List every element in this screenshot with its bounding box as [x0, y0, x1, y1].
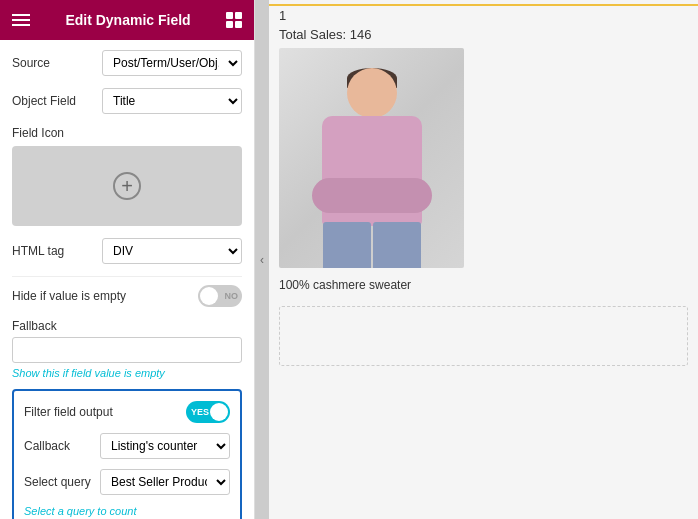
- panel-header: Edit Dynamic Field: [0, 0, 254, 40]
- source-label: Source: [12, 56, 102, 70]
- fallback-input[interactable]: [12, 337, 242, 363]
- plus-icon: +: [113, 172, 141, 200]
- person-pants-right: [373, 222, 421, 268]
- product-name: 100% cashmere sweater: [269, 274, 698, 296]
- select-query-label: Select query: [24, 475, 100, 489]
- fallback-hint: Show this if field value is empty: [12, 367, 242, 379]
- panel-title: Edit Dynamic Field: [65, 12, 190, 28]
- object-field-dropdown[interactable]: Title: [102, 88, 242, 114]
- filter-output-label: Filter field output: [24, 405, 186, 419]
- source-dropdown[interactable]: Post/Term/User/Obj...: [102, 50, 242, 76]
- source-control: Post/Term/User/Obj...: [102, 50, 242, 76]
- filter-output-row: Filter field output YES: [24, 401, 230, 423]
- hamburger-icon[interactable]: [12, 14, 30, 26]
- empty-placeholder-box: [279, 306, 688, 366]
- panel-body: Source Post/Term/User/Obj... Object Fiel…: [0, 40, 254, 519]
- fallback-section: Fallback Show this if field value is emp…: [12, 319, 242, 379]
- filter-toggle-knob: [210, 403, 228, 421]
- filter-section: Filter field output YES Callback Listing…: [12, 389, 242, 519]
- hide-if-empty-row: Hide if value is empty NO: [12, 285, 242, 307]
- object-field-control: Title: [102, 88, 242, 114]
- html-tag-label: HTML tag: [12, 244, 102, 258]
- callback-row: Callback Listing's counter: [24, 433, 230, 459]
- fallback-label: Fallback: [12, 319, 242, 333]
- divider-1: [12, 276, 242, 277]
- object-field-label: Object Field: [12, 94, 102, 108]
- html-tag-control: DIV: [102, 238, 242, 264]
- source-row: Source Post/Term/User/Obj...: [12, 50, 242, 76]
- html-tag-dropdown[interactable]: DIV: [102, 238, 242, 264]
- callback-label: Callback: [24, 439, 100, 453]
- filter-output-toggle[interactable]: YES: [186, 401, 230, 423]
- select-query-dropdown[interactable]: Best Seller Products: [100, 469, 230, 495]
- select-query-row: Select query Best Seller Products: [24, 469, 230, 495]
- field-icon-section: Field Icon +: [12, 126, 242, 226]
- collapse-button[interactable]: ‹: [255, 0, 269, 519]
- object-field-row: Object Field Title: [12, 88, 242, 114]
- person-pants-left: [323, 222, 371, 268]
- left-panel: Edit Dynamic Field Source Post/Term/User…: [0, 0, 255, 519]
- product-number: 1: [269, 4, 698, 25]
- callback-dropdown[interactable]: Listing's counter: [100, 433, 230, 459]
- person-arms: [312, 178, 432, 213]
- product-image-container: [269, 48, 698, 268]
- person-figure: [279, 48, 464, 268]
- html-tag-row: HTML tag DIV: [12, 238, 242, 264]
- hide-if-empty-toggle[interactable]: NO: [198, 285, 242, 307]
- right-content: 1 Total Sales: 146 100% cashmere sweater: [269, 0, 698, 519]
- field-icon-label: Field Icon: [12, 126, 242, 140]
- icon-upload-box[interactable]: +: [12, 146, 242, 226]
- hide-if-empty-label: Hide if value is empty: [12, 289, 198, 303]
- product-image: [279, 48, 464, 268]
- toggle-knob: [200, 287, 218, 305]
- product-sales: Total Sales: 146: [269, 25, 698, 48]
- person-head: [347, 68, 397, 118]
- toggle-text: NO: [225, 291, 239, 301]
- grid-icon[interactable]: [226, 12, 242, 28]
- query-hint: Select a query to count: [24, 505, 230, 517]
- right-panel: 1 Total Sales: 146 100% cashmere sweater: [269, 0, 698, 519]
- filter-toggle-text: YES: [191, 407, 209, 417]
